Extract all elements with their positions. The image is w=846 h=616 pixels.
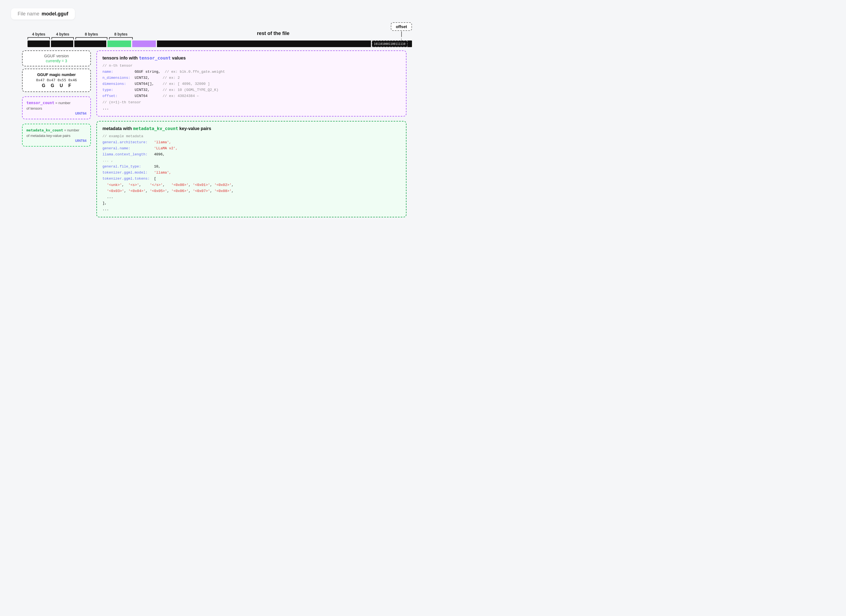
meta-kv-type: UINT64 [26,139,87,143]
tensors-offset-row: offset: UINT64 // ex: 43024384 ← [103,93,400,99]
gguf-version-box: GGUF version currently = 3 [22,50,91,66]
meta-final-ellipsis: ... [103,206,400,212]
magic-char-f: F [68,83,71,88]
tensors-title-prefix: tensors info with [103,56,139,60]
meta-title-prefix: metadata with [103,126,133,131]
meta-name-row: general.name: 'LLaMA v2', [103,146,400,151]
tensor-count-desc: of tensors [26,106,87,110]
right-column: tensors info with tensor_count values //… [96,50,412,218]
left-column: GGUF version currently = 3 GGUF magic nu… [22,50,91,218]
tensor-count-var: tensor_count [26,101,54,105]
tensors-dims-row: dimensions: UINT64[], // ex: [ 4096, 320… [103,81,400,87]
metadata-kv-count-box: metadata_kv_count = number of metadata k… [22,124,91,147]
meta-tokens-ellipsis: ... [103,194,400,200]
tensors-ndim-row: n_dimensions: UINT32, // ex: 2 [103,75,400,81]
tensor-count-box: tensor_count = number of tensors UINT64 [22,96,91,119]
tensors-name-row: name: GGUF string, // ex: blk.0.ffn_gate… [103,69,400,75]
meta-kv-var: metadata_kv_count [26,128,63,132]
meta-tokens-row: tokenizer.ggml.tokens: [ [103,176,400,182]
gguf-magic-box: GGUF magic number 0x47 0x47 0x55 0x46 G … [22,69,91,92]
meta-title-suffix: key-value pairs [178,126,211,131]
file-name: model.gguf [41,11,68,17]
byte-label-4: 8 bytes [109,32,133,40]
tensors-comment2: // (n+1)-th tensor [103,100,400,106]
magic-char-g1: G [42,83,45,88]
meta-close-bracket: ], [103,200,400,206]
file-header: File name model.gguf [11,8,75,19]
tensors-info-box: tensors info with tensor_count values //… [96,50,407,116]
meta-comment1: // example metadata [103,133,400,140]
byte-label-2: 4 bytes [51,32,74,40]
meta-kv-equals: = number [63,128,79,132]
tensors-type-row: type: UINT32, // ex: 10 (GGML_TYPE_Q2_K) [103,87,400,93]
magic-char-g2: G [51,83,54,88]
tensor-count-equals: = number [54,101,70,105]
meta-ctx-row: llama.context_length: 4096, [103,151,400,157]
magic-char-u: U [60,83,63,88]
rest-label: rest of the file [134,31,412,40]
meta-tokens-vals2: '<0x03>', '<0x04>', '<0x05>', '<0x06>', … [103,188,400,194]
meta-ellipsis1: ... , [103,157,400,164]
tensors-comment1: // n-th tensor [103,63,400,69]
offset-box: offset ↓ [391,22,412,41]
metadata-box: metadata with metadata_kv_count key-valu… [96,121,407,218]
meta-tokenizer-model-row: tokenizer.ggml.model: 'llama', [103,170,400,176]
file-label: File name [18,11,40,17]
tensors-ellipsis: ... [103,106,400,112]
tensor-count-type: UINT64 [26,112,87,115]
byte-label-3: 8 bytes [75,32,107,40]
byte-label-1: 4 bytes [28,32,50,40]
tensors-title-suffix: values [171,56,186,60]
tensors-title-var: tensor_count [139,55,171,60]
meta-title-var: metadata_kv_count [133,126,178,131]
meta-arch-row: general.architecture: 'llama', [103,140,400,146]
file-bar: 1011010001100111110 [28,41,412,47]
meta-tokens-vals1: '<unk>', '<s>', '</s>', '<0x00>', '<0x01… [103,182,400,188]
meta-filetype-row: general.file_type: 10, [103,164,400,170]
binary-segment: 1011010001100111110 [372,41,408,47]
meta-kv-desc: of metadata key-value pairs [26,134,87,138]
